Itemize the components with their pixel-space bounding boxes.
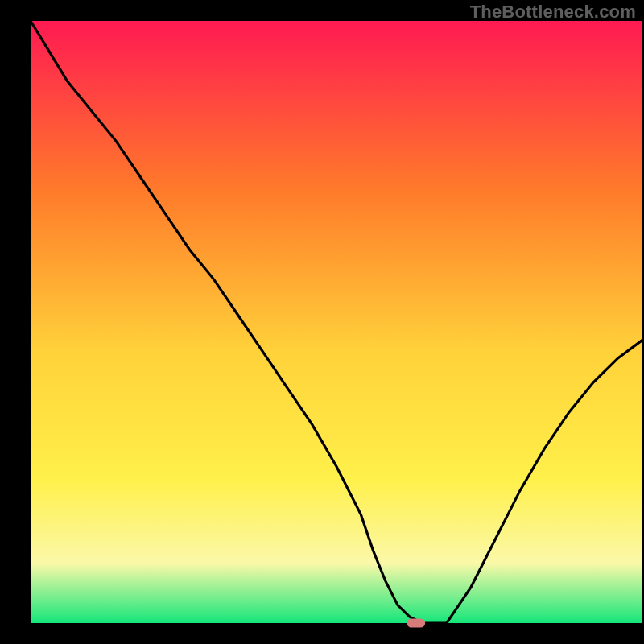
bottleneck-chart (0, 0, 644, 644)
optimum-marker (407, 618, 425, 627)
watermark-label: TheBottleneck.com (470, 2, 636, 23)
chart-frame: { "watermark": "TheBottleneck.com", "col… (0, 0, 644, 644)
plot-background (31, 21, 642, 623)
